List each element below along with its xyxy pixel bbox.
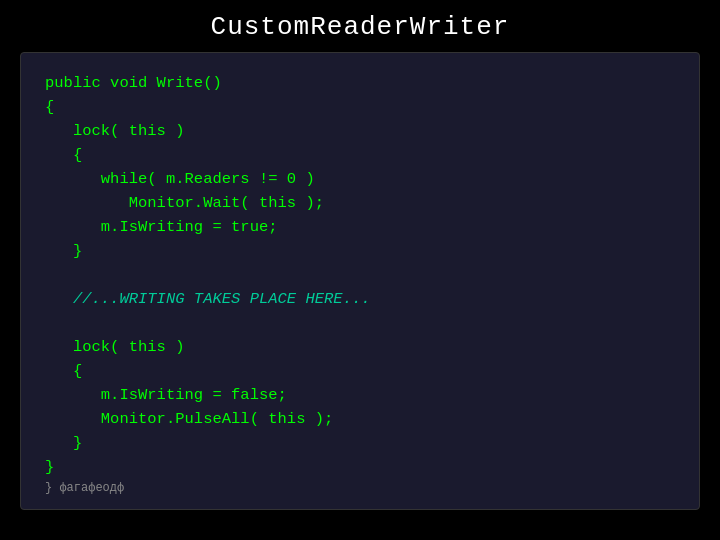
code-line-1: public void Write() [45,74,222,92]
title-bar: CustomReaderWriter [0,0,720,52]
code-line-15: Monitor.PulseAll( this ); [45,410,333,428]
code-block: public void Write() { lock( this ) { whi… [45,71,675,479]
code-line-7: m.IsWriting = true; [45,218,278,236]
code-line-10: //...WRITING TAKES PLACE HERE... [45,290,371,308]
code-line-6: Monitor.Wait( this ); [45,194,324,212]
code-container: public void Write() { lock( this ) { whi… [20,52,700,510]
code-line-13: { [45,362,82,380]
code-line-5: while( m.Readers != 0 ) [45,170,315,188]
page-title: CustomReaderWriter [211,12,510,42]
code-line-4: { [45,146,82,164]
code-line-14: m.IsWriting = false; [45,386,287,404]
code-line-12: lock( this ) [45,338,185,356]
code-line-8: } [45,242,82,260]
code-line-3: lock( this ) [45,122,185,140]
code-line-16: } [45,434,82,452]
footer-label: } фагафеодф [45,481,675,495]
code-line-17: } [45,458,54,476]
code-line-2: { [45,98,54,116]
